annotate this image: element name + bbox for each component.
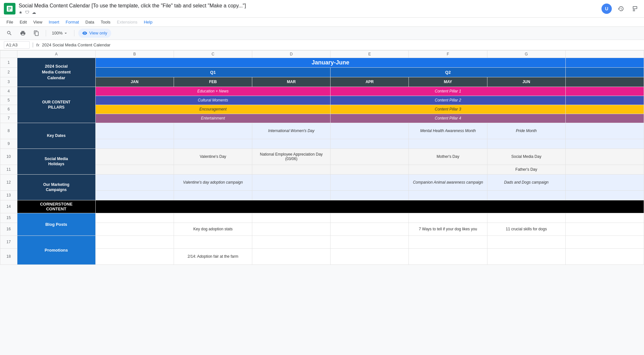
- pillar-4-overflow: [565, 114, 644, 123]
- formula-separator: |: [32, 42, 34, 48]
- toolbar: 100% View only: [0, 27, 644, 40]
- menu-edit[interactable]: Edit: [17, 18, 29, 26]
- row-4-num: 4: [0, 87, 17, 96]
- row-7: 7 Entertainment Content Pillar 4: [0, 114, 644, 123]
- row-2-num: 2: [0, 67, 17, 77]
- soc-jan-10: [95, 149, 174, 165]
- row-11-num: 11: [0, 165, 17, 174]
- label-marketing-campaigns: Our MarketingCampaigns: [17, 174, 95, 200]
- soc-feb-10: Valentine's Day: [174, 149, 252, 165]
- mkt-mar-12: [252, 174, 331, 190]
- copy-btn[interactable]: [31, 29, 42, 37]
- menu-tools[interactable]: Tools: [98, 18, 113, 26]
- blog-jun-16: 11 crucial skills for dogs: [487, 223, 565, 235]
- promo-feb-18: 2/14: Adoption fair at the farm: [174, 248, 252, 264]
- print-btn[interactable]: [17, 29, 28, 37]
- mkt-overflow-12: [565, 174, 644, 190]
- key-overflow-8: [565, 123, 644, 139]
- col-b-header: B: [95, 50, 174, 58]
- soc-jun-10: Social Media Day: [487, 149, 565, 165]
- col-d-header: D: [252, 50, 331, 58]
- top-bar: Social Media Content Calendar [To use th…: [0, 0, 644, 18]
- star-icon[interactable]: ★: [19, 10, 23, 15]
- avatar: U: [601, 4, 612, 14]
- row-15: 15 Blog Posts: [0, 213, 644, 223]
- row-6-num: 6: [0, 105, 17, 114]
- label-social-holidays: Social MediaHolidays: [17, 149, 95, 174]
- blog-overflow-15: [565, 213, 644, 223]
- promo-jan-17: [95, 235, 174, 248]
- spreadsheet-table: A B C D E F G 1 2024 SocialMedia Content…: [0, 50, 644, 265]
- menu-view[interactable]: View: [31, 18, 45, 26]
- cell-reference[interactable]: A1:A3: [4, 41, 30, 49]
- col-f-header: F: [409, 50, 487, 58]
- search-btn[interactable]: [4, 29, 15, 37]
- menu-data[interactable]: Data: [83, 18, 97, 26]
- menu-insert[interactable]: Insert: [46, 18, 62, 26]
- menu-format[interactable]: Format: [63, 18, 82, 26]
- row-17: 17 Promotions: [0, 235, 644, 248]
- col-a-header: A: [17, 50, 95, 58]
- row-10-num: 10: [0, 149, 17, 165]
- row-3-num: 3: [0, 77, 17, 87]
- row-12: 12 Our MarketingCampaigns Valentine's da…: [0, 174, 644, 190]
- col-e-header: E: [331, 50, 409, 58]
- window-icon[interactable]: [630, 4, 640, 14]
- header-mar: MAR: [252, 77, 331, 87]
- pillar-1-overflow: [565, 87, 644, 96]
- pillar-education-news: Education + News: [95, 87, 331, 96]
- key-jun-8: Pride Month: [487, 123, 565, 139]
- mkt-jan-13: [95, 190, 174, 200]
- row-12-num: 12: [0, 174, 17, 190]
- cloud-icon[interactable]: ☁: [32, 10, 36, 15]
- soc-feb-11: [174, 165, 252, 174]
- promo-mar-18: [252, 248, 331, 264]
- col-h-header: [565, 50, 644, 58]
- row-14-num: 14: [0, 200, 17, 213]
- row-9-num: 9: [0, 139, 17, 149]
- pillar-entertainment: Entertainment: [95, 114, 331, 123]
- doc-title: Social Media Content Calendar [To use th…: [19, 3, 598, 9]
- pillar-content-1: Content Pillar 1: [331, 87, 566, 96]
- col-c-header: C: [174, 50, 252, 58]
- shield-icon[interactable]: 🛡: [25, 10, 29, 15]
- top-right: U: [601, 4, 640, 14]
- soc-mar-10: National Employee Appreciation Day (03/0…: [252, 149, 331, 165]
- zoom-control[interactable]: 100%: [50, 29, 70, 37]
- label-promotions: Promotions: [17, 235, 95, 264]
- view-only-button[interactable]: View only: [78, 29, 111, 38]
- spreadsheet: A B C D E F G 1 2024 SocialMedia Content…: [0, 50, 644, 265]
- row-10: 10 Social MediaHolidays Valentine's Day …: [0, 149, 644, 165]
- mkt-feb-12: Valentine's day adoption campaign: [174, 174, 252, 190]
- row-6: 6 Encouragement Content Pillar 3: [0, 105, 644, 114]
- menu-help[interactable]: Help: [141, 18, 155, 26]
- soc-apr-11: [331, 165, 409, 174]
- menu-extensions[interactable]: Extensions: [114, 18, 140, 26]
- blog-apr-16: [331, 223, 409, 235]
- header-jan-june: January-June: [95, 58, 565, 67]
- header-feb: FEB: [174, 77, 252, 87]
- key-apr-8: [331, 123, 409, 139]
- pillar-content-3: Content Pillar 3: [331, 105, 566, 114]
- mkt-apr-12: [331, 174, 409, 190]
- row-15-num: 15: [0, 213, 17, 223]
- key-jan-8: [95, 123, 174, 139]
- menu-file[interactable]: File: [4, 18, 16, 26]
- header-jun: JUN: [487, 77, 565, 87]
- blog-feb-16: Key dog adoption stats: [174, 223, 252, 235]
- key-feb-8: [174, 123, 252, 139]
- header-overflow-month: [565, 77, 644, 87]
- title-area: Social Media Content Calendar [To use th…: [19, 3, 598, 15]
- header-q1: Q1: [95, 67, 331, 77]
- history-icon[interactable]: [616, 4, 626, 14]
- row-13-num: 13: [0, 190, 17, 200]
- row-13: 13: [0, 190, 644, 200]
- soc-overflow-10: [565, 149, 644, 165]
- mkt-may-13: [409, 190, 487, 200]
- row-5-num: 5: [0, 96, 17, 105]
- row-1-num: 1: [0, 58, 17, 67]
- row-16-num: 16: [0, 223, 17, 235]
- col-g-header: G: [487, 50, 565, 58]
- fx-label: fx: [36, 43, 39, 47]
- pillar-content-4: Content Pillar 4: [331, 114, 566, 123]
